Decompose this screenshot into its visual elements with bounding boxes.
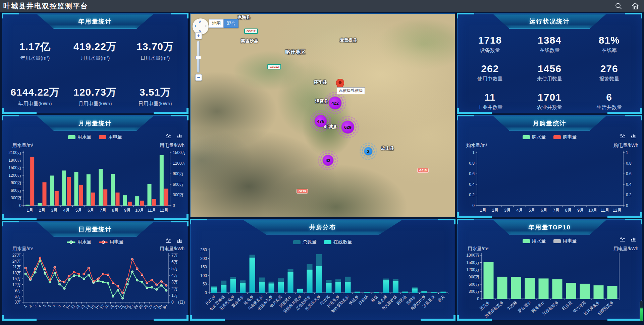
svg-text:300万: 300万 xyxy=(469,289,479,294)
panel-daily-usage: 日用量统计 用水量用电量 用水量/m³ 用电量/kWh 3万6万9万12万15万… xyxy=(2,221,188,320)
svg-text:5月: 5月 xyxy=(529,208,535,213)
map-cluster-marker[interactable]: 476 xyxy=(315,115,327,127)
svg-text:30: 30 xyxy=(162,304,168,310)
svg-text:1800万: 1800万 xyxy=(466,253,479,258)
panel-wells-distribution: 井房分布 总数量在线数量 050100150200250巴仁乡恰尔巴格镇伯西热克… xyxy=(190,219,455,320)
svg-text:0.8: 0.8 xyxy=(626,161,632,166)
line-chart-icon[interactable] xyxy=(166,133,172,139)
legend-swatch xyxy=(293,240,301,244)
bar-chart-icon[interactable] xyxy=(631,236,637,242)
bar-chart-icon[interactable] xyxy=(177,133,183,139)
map-type-button-map[interactable]: 地图 xyxy=(209,19,224,28)
legend-item[interactable]: 用电量 xyxy=(99,134,122,140)
y1-axis-name: 用水量/m³ xyxy=(12,246,33,252)
svg-text:1800万: 1800万 xyxy=(8,158,21,163)
wells-distribution-chart[interactable]: 050100150200250巴仁乡恰尔巴格镇伯西热克乡夏合甫乡洛克乡乌吉热克乡… xyxy=(193,247,453,319)
svg-text:7月: 7月 xyxy=(100,208,106,213)
panel-top10: 年用量TOP10 用水量用电量 用水量/m³ 用电量/kWh 0300万600万… xyxy=(457,219,642,320)
svg-text:0: 0 xyxy=(472,203,475,208)
svg-text:150: 150 xyxy=(200,265,207,269)
svg-text:2月: 2月 xyxy=(39,208,45,213)
svg-text:4万: 4万 xyxy=(171,273,178,278)
svg-text:夏合甫乡: 夏合甫乡 xyxy=(517,300,532,313)
legend-item[interactable]: 在线数量 xyxy=(324,239,352,245)
page-title: 叶城县井电双控监测平台 xyxy=(0,1,88,11)
legend-swatch xyxy=(523,239,530,243)
stat-label: 未使用数量 xyxy=(520,76,580,82)
stat-item: 81%在线率 xyxy=(579,35,639,54)
annual-stats-grid: 1.17亿年用水量(m³)419.22万月用水量(m³)13.70万日用水量(m… xyxy=(5,40,185,107)
y2-axis-name: 用电量/kWh xyxy=(160,246,184,252)
legend-swatch xyxy=(553,239,561,243)
map-cluster-marker[interactable]: 2 xyxy=(364,147,372,155)
legend-item[interactable]: 用水量 xyxy=(67,239,92,245)
svg-text:0.4: 0.4 xyxy=(469,182,475,187)
bar-chart-icon[interactable] xyxy=(177,238,183,243)
pan-up-icon[interactable]: ˄ xyxy=(199,19,201,24)
home-icon[interactable] xyxy=(631,2,639,10)
line-chart-icon[interactable] xyxy=(166,238,172,243)
svg-text:1月: 1月 xyxy=(480,208,486,213)
line-chart-icon[interactable] xyxy=(620,133,626,139)
legend-item[interactable]: 购水量 xyxy=(523,134,546,140)
legend-item[interactable]: 用水量 xyxy=(68,134,92,140)
svg-text:5月: 5月 xyxy=(75,208,82,213)
search-icon[interactable] xyxy=(614,2,623,10)
stat-value: 276 xyxy=(579,63,639,74)
legend-item[interactable]: 用电量 xyxy=(99,239,124,245)
y1-axis-name: 用水量/m³ xyxy=(468,246,488,252)
chart-toggle-icons xyxy=(166,238,183,243)
map-type-button-hybrid[interactable]: 混合 xyxy=(224,19,238,28)
svg-text:林场: 林场 xyxy=(370,294,378,303)
monthly-legend: 用水量用电量 xyxy=(2,134,188,140)
svg-text:6: 6 xyxy=(47,304,52,308)
top10-chart[interactable]: 0300万600万900万1200万1500万1800万洛克乡加依提勒克乡生态林… xyxy=(460,253,640,321)
line-chart-icon[interactable] xyxy=(620,236,626,242)
svg-text:1: 1 xyxy=(626,150,628,155)
chart-toggle-icons xyxy=(620,133,637,139)
bar-chart-icon[interactable] xyxy=(631,133,637,139)
map-pan-rosette[interactable]: ˄ ˅ ‹ › xyxy=(193,18,209,35)
panel-title-annual: 年用量统计 xyxy=(37,14,153,29)
svg-text:900万: 900万 xyxy=(11,180,21,185)
scrollbar-thumb[interactable] xyxy=(640,301,643,321)
zoom-in-button[interactable]: + xyxy=(195,33,202,39)
panel-status: 运行状况统计 1718设备数量1384在线数量81%在线率262使用中数量145… xyxy=(457,13,642,113)
svg-text:5: 5 xyxy=(42,304,47,308)
svg-text:1万: 1万 xyxy=(171,293,178,298)
legend-item[interactable]: 购电量 xyxy=(553,134,577,140)
svg-text:4月: 4月 xyxy=(63,208,69,213)
svg-text:10月: 10月 xyxy=(588,208,597,213)
svg-text:11月: 11月 xyxy=(601,208,609,213)
y1-axis-name: 用水量/m³ xyxy=(12,143,33,149)
map-cluster-marker[interactable]: 42 xyxy=(323,155,333,166)
pan-left-icon[interactable]: ‹ xyxy=(195,23,196,28)
map-panel[interactable]: 克陶县英吉沙县麦盖提县喀什地区莎车县泽普县叶城县皮山县G3012G3012G31… xyxy=(190,13,455,217)
svg-text:2月: 2月 xyxy=(492,208,498,213)
stat-item: 6生活井数量 xyxy=(579,92,639,111)
legend-label: 购电量 xyxy=(563,134,577,140)
stat-label: 日用电量(kWh) xyxy=(125,101,185,107)
map-cluster-marker[interactable]: 629 xyxy=(341,121,354,133)
monthly-purchase-chart[interactable]: 00.20.40.60.8100.20.40.60.811月2月3月4月5月6月… xyxy=(460,149,640,216)
monthly-usage-chart[interactable]: 0300万600万900万1200万1500万1800万2100万0300万60… xyxy=(4,149,186,218)
y2-axis-name: 用电量/kWh xyxy=(613,246,638,252)
legend-item[interactable]: 用电量 xyxy=(553,238,577,244)
legend-item[interactable]: 用水量 xyxy=(523,238,546,244)
svg-text:0.4: 0.4 xyxy=(626,182,632,187)
legend-item[interactable]: 总数量 xyxy=(293,239,317,245)
zoom-out-button[interactable]: − xyxy=(195,74,202,81)
svg-text:21万: 21万 xyxy=(12,265,21,269)
svg-text:6万: 6万 xyxy=(14,294,21,299)
map-cluster-marker[interactable]: 422 xyxy=(329,97,341,109)
panel-title-purchase: 月购量统计 xyxy=(493,116,606,130)
chart-toggle-icons xyxy=(166,133,183,139)
stat-value: 1701 xyxy=(520,92,580,103)
daily-usage-chart[interactable]: 3万6万9万12万15万18万21万24万27万01万2万3万4万5万6万7万(… xyxy=(4,253,186,320)
stat-item: 1456未使用数量 xyxy=(520,63,580,82)
svg-text:0: 0 xyxy=(626,203,628,208)
svg-text:1500万: 1500万 xyxy=(8,165,21,170)
zoom-slider-handle[interactable] xyxy=(195,56,201,59)
svg-text:6月: 6月 xyxy=(541,208,547,213)
pan-right-icon[interactable]: › xyxy=(205,23,207,28)
